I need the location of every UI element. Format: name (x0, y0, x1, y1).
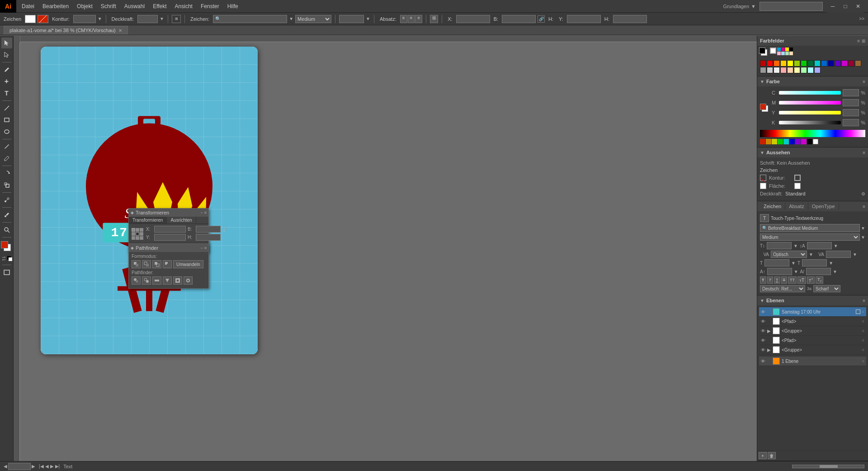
swatch-light-cyan[interactable] (807, 67, 814, 73)
pf-btn-1[interactable] (132, 276, 141, 285)
stroke-swatch[interactable] (38, 15, 48, 23)
align-options-btn[interactable]: ⊞ (172, 15, 181, 23)
rotate-tool[interactable] (1, 168, 12, 179)
blend-tool[interactable] (1, 195, 12, 205)
skew-field[interactable]: 0° (806, 268, 831, 275)
maximize-button[interactable]: □ (839, 0, 852, 13)
layer-lock-main[interactable]: ○ (862, 359, 864, 363)
menu-ansicht[interactable]: Ansicht (171, 1, 196, 11)
farbe-k-slider[interactable] (779, 121, 841, 124)
farbe-header[interactable]: ▼ Farbe ≡ (757, 76, 868, 86)
pf-btn-5[interactable] (173, 276, 182, 285)
pf-btn-6[interactable] (184, 276, 193, 285)
farbfelder-icon-2[interactable]: ⊞ (862, 38, 865, 43)
style-superscript-btn[interactable]: TT (807, 276, 815, 284)
farbe-y-slider[interactable] (779, 111, 841, 114)
leading-arrow[interactable]: ▼ (834, 243, 838, 248)
swatch-brown[interactable] (855, 60, 861, 67)
pathfinder-expand[interactable]: − (200, 246, 203, 250)
layer-item-gruppe2[interactable]: 👁 ▶ <Gruppe> ○ (759, 345, 866, 355)
menu-schrift[interactable]: Schrift (97, 1, 120, 11)
skew-arrow[interactable]: ▼ (833, 269, 837, 274)
menu-fenster[interactable]: Fenster (197, 1, 223, 11)
absatz-tab[interactable]: Absatz (785, 203, 808, 210)
scroll-bar-h[interactable] (792, 465, 864, 468)
tracking-type-select[interactable]: Optisch (771, 251, 807, 258)
leading-field[interactable]: 155 pt (807, 242, 832, 249)
opentype-tab[interactable]: OpenType (808, 203, 839, 210)
swatch-yellow[interactable] (785, 48, 789, 51)
font-size-field[interactable]: 170 pt (767, 242, 792, 249)
doc-tab-item[interactable]: plakate-a1-vome.ai* bei 38 % (CMYK/Vorsc… (4, 26, 128, 34)
swatch-darkred[interactable] (760, 60, 766, 67)
swatch-green-light[interactable] (785, 52, 789, 55)
layer-item-pfad1[interactable]: 👁 <Pfad> ○ (759, 317, 866, 326)
swatch-orange-light[interactable] (789, 52, 793, 55)
select-tool[interactable] (1, 38, 12, 48)
farbfelder-icon-1[interactable]: ≡ (857, 38, 860, 43)
pen-tool[interactable] (1, 64, 12, 75)
toolbar-overflow[interactable]: >> (859, 16, 866, 21)
transform-x-input[interactable]: 281.303 mm (154, 226, 186, 233)
qs-7[interactable] (795, 139, 801, 144)
pencil-tool[interactable] (1, 153, 12, 164)
font-style-dropdown[interactable]: ▼ (861, 235, 865, 240)
qs-4[interactable] (778, 139, 783, 144)
menu-bearbeiten[interactable]: Bearbeiten (39, 1, 72, 11)
add-anchor-tool[interactable]: + (1, 76, 12, 87)
swatch-light-red[interactable] (780, 67, 787, 73)
size-arrow[interactable]: ▼ (793, 243, 798, 248)
transform-panel-menu[interactable]: ≡ (204, 210, 207, 215)
zoom-tool[interactable] (1, 224, 12, 235)
swatch-teal[interactable] (814, 60, 821, 67)
transform-b-input[interactable]: 188.812 mm (196, 226, 221, 233)
swatch-black[interactable] (789, 48, 793, 51)
ref-pt-7[interactable] (132, 236, 135, 240)
font-family-input[interactable]: 🔍 BeforeBreakfast Medium (760, 224, 860, 232)
tracking-arrow[interactable]: ▼ (809, 252, 813, 257)
minimize-button[interactable]: ─ (826, 0, 839, 13)
zeichen-style-select[interactable]: Medium (760, 233, 860, 241)
farbe-y-value[interactable]: 0 (843, 109, 859, 116)
font-search-input[interactable]: BeforeBreakfast Medium (222, 16, 285, 22)
aussehen-collapse-icon[interactable]: ▼ (760, 150, 764, 155)
ellipse-tool[interactable] (1, 126, 12, 137)
page-last-btn[interactable]: ▶| (55, 464, 60, 469)
baseline-arrow[interactable]: ▼ (794, 269, 798, 274)
menu-objekt[interactable]: Objekt (73, 1, 96, 11)
transform-h-input[interactable]: 125.867 mm (196, 234, 221, 241)
formmodus-btn-4[interactable] (163, 260, 172, 268)
scale-arrow-1[interactable]: ▼ (791, 261, 796, 266)
font-size-arrow[interactable]: ▼ (366, 16, 370, 21)
ref-pt-1[interactable] (132, 228, 135, 232)
opacity-input[interactable]: 100% (137, 15, 158, 23)
link-wh-btn[interactable]: 🔗 (538, 15, 545, 23)
close-button[interactable]: ✕ (852, 0, 864, 13)
page-prev-btn[interactable]: ◀ (45, 464, 49, 469)
stroke-input[interactable] (73, 15, 96, 23)
layer-vis-main[interactable]: 👁 (761, 359, 765, 364)
pathfinder-panel-header[interactable]: ◆ Pathfinder − ≡ (129, 244, 208, 252)
h-input[interactable]: 125.867 mm (613, 15, 647, 23)
x-input[interactable]: 281.303 mm (456, 15, 490, 23)
layer-item-gruppe1[interactable]: 👁 ▶ <Gruppe> ○ (759, 326, 866, 336)
scale-h-field[interactable]: 100% (764, 259, 789, 266)
layer-item-pfad2[interactable]: 👁 <Pfad> ○ (759, 336, 866, 345)
stroke-arrow[interactable]: ▼ (98, 16, 102, 21)
language-select[interactable]: Deutsch: Ref... (760, 285, 805, 292)
b-input[interactable]: 188.812 mm (502, 15, 536, 23)
pathfinder-menu[interactable]: ≡ (204, 246, 207, 250)
swatch-dark-green[interactable] (807, 60, 814, 67)
menu-effekt[interactable]: Effekt (149, 1, 170, 11)
status-arrow-right[interactable]: ▶ (32, 464, 35, 469)
layer-vis-pfad1[interactable]: 👁 (761, 319, 765, 324)
farbe-k-value[interactable]: 0 (843, 119, 859, 126)
ebenen-header[interactable]: ▼ Ebenen ≡ (757, 295, 868, 305)
pf-btn-4[interactable] (163, 276, 172, 285)
reference-point-grid[interactable] (132, 228, 143, 240)
default-colors-icon[interactable] (7, 255, 12, 263)
swatch-light-green[interactable] (801, 67, 807, 73)
ebenen-collapse-icon[interactable]: ▼ (760, 298, 764, 303)
swatch-yellow-green[interactable] (794, 60, 800, 67)
eyedropper-tool[interactable] (1, 209, 12, 220)
